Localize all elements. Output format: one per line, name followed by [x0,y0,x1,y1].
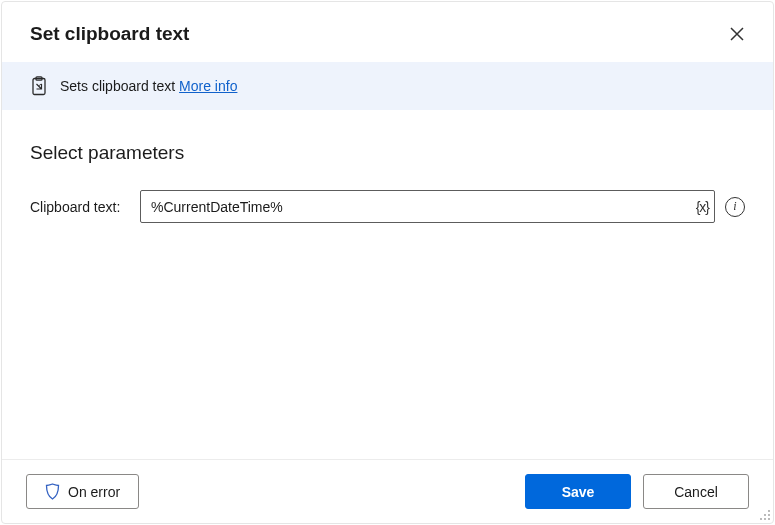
section-title: Select parameters [30,142,745,164]
on-error-button[interactable]: On error [26,474,139,509]
more-info-link[interactable]: More info [179,78,237,94]
svg-point-6 [764,518,766,520]
svg-point-5 [760,518,762,520]
cancel-button[interactable]: Cancel [643,474,749,509]
info-banner: Sets clipboard text More info [2,62,773,110]
svg-point-4 [768,514,770,516]
banner-text: Sets clipboard text More info [60,78,237,94]
shield-icon [45,483,60,500]
footer-actions: Save Cancel [525,474,749,509]
param-row-clipboard-text: Clipboard text: {x} i [30,190,745,223]
clipboard-icon [30,76,48,96]
insert-variable-button[interactable]: {x} [696,199,709,215]
input-wrapper: {x} [140,190,715,223]
dialog-header: Set clipboard text [2,2,773,62]
banner-description: Sets clipboard text [60,78,175,94]
resize-grip-icon[interactable] [757,507,771,521]
svg-point-2 [768,510,770,512]
save-button[interactable]: Save [525,474,631,509]
dialog-content: Select parameters Clipboard text: {x} i [2,110,773,459]
dialog-set-clipboard-text: Set clipboard text Sets clipboard text M… [1,1,774,524]
on-error-label: On error [68,484,120,500]
dialog-title: Set clipboard text [30,23,189,45]
clipboard-text-input[interactable] [140,190,715,223]
dialog-footer: On error Save Cancel [2,459,773,523]
svg-point-7 [768,518,770,520]
close-button[interactable] [723,20,751,48]
svg-point-3 [764,514,766,516]
help-button[interactable]: i [725,197,745,217]
close-icon [730,27,744,41]
param-label-clipboard-text: Clipboard text: [30,199,130,215]
